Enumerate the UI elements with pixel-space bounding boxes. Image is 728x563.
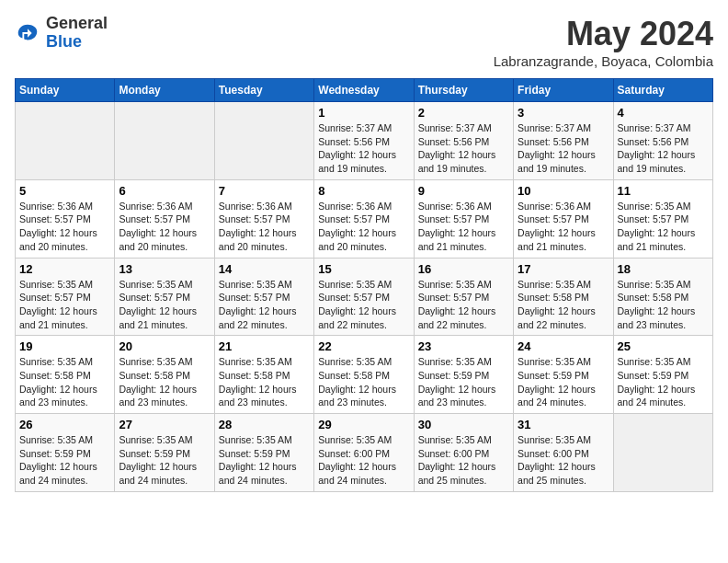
calendar-day-cell: 16Sunrise: 5:35 AM Sunset: 5:57 PM Dayli… [414,258,513,336]
calendar-day-cell: 19Sunrise: 5:35 AM Sunset: 5:58 PM Dayli… [16,336,115,414]
calendar-table: SundayMondayTuesdayWednesdayThursdayFrid… [15,78,713,492]
day-number: 30 [418,418,509,431]
calendar-day-cell: 4Sunrise: 5:37 AM Sunset: 5:56 PM Daylig… [613,102,712,180]
calendar-day-cell: 11Sunrise: 5:35 AM Sunset: 5:57 PM Dayli… [613,179,712,258]
calendar-day-cell: 5Sunrise: 5:36 AM Sunset: 5:57 PM Daylig… [16,179,115,258]
calendar-week-row: 5Sunrise: 5:36 AM Sunset: 5:57 PM Daylig… [16,179,713,258]
day-info: Sunrise: 5:35 AM Sunset: 5:57 PM Dayligh… [219,278,310,332]
day-info: Sunrise: 5:37 AM Sunset: 5:56 PM Dayligh… [518,121,609,176]
day-number: 19 [19,339,110,353]
calendar-day-cell: 21Sunrise: 5:35 AM Sunset: 5:58 PM Dayli… [214,336,313,414]
calendar-header-row: SundayMondayTuesdayWednesdayThursdayFrid… [16,79,713,102]
day-number: 21 [219,339,310,353]
calendar-day-cell: 25Sunrise: 5:35 AM Sunset: 5:59 PM Dayli… [613,336,712,414]
day-number: 5 [19,184,110,198]
calendar-day-cell: 7Sunrise: 5:36 AM Sunset: 5:57 PM Daylig… [214,179,313,258]
day-number: 26 [19,418,110,431]
calendar-day-header: Thursday [414,79,513,102]
calendar-day-cell: 18Sunrise: 5:35 AM Sunset: 5:58 PM Dayli… [613,258,712,336]
day-number: 23 [418,339,509,353]
calendar-day-header: Sunday [16,79,115,102]
day-info: Sunrise: 5:37 AM Sunset: 5:56 PM Dayligh… [318,121,409,176]
day-number: 20 [119,339,210,353]
calendar-day-cell: 6Sunrise: 5:36 AM Sunset: 5:57 PM Daylig… [115,179,214,258]
logo-icon [15,20,40,46]
day-number: 10 [518,184,609,198]
calendar-day-cell: 10Sunrise: 5:36 AM Sunset: 5:57 PM Dayli… [514,179,613,258]
calendar-day-header: Tuesday [214,79,313,102]
calendar-day-header: Saturday [613,79,712,102]
day-info: Sunrise: 5:35 AM Sunset: 5:58 PM Dayligh… [19,355,110,409]
day-number: 28 [219,418,310,431]
logo: General Blue [15,15,108,52]
day-info: Sunrise: 5:35 AM Sunset: 5:59 PM Dayligh… [418,355,509,409]
day-number: 8 [318,184,409,198]
calendar-day-cell: 29Sunrise: 5:35 AM Sunset: 6:00 PM Dayli… [314,414,414,492]
day-info: Sunrise: 5:35 AM Sunset: 5:58 PM Dayligh… [119,355,210,409]
day-info: Sunrise: 5:35 AM Sunset: 5:59 PM Dayligh… [19,433,110,488]
calendar-day-cell: 3Sunrise: 5:37 AM Sunset: 5:56 PM Daylig… [514,102,613,180]
calendar-day-cell: 15Sunrise: 5:35 AM Sunset: 5:57 PM Dayli… [314,258,414,336]
calendar-day-cell: 12Sunrise: 5:35 AM Sunset: 5:57 PM Dayli… [16,258,115,336]
day-info: Sunrise: 5:35 AM Sunset: 5:57 PM Dayligh… [318,278,409,332]
day-info: Sunrise: 5:36 AM Sunset: 5:57 PM Dayligh… [19,200,110,254]
day-number: 24 [518,339,609,353]
calendar-week-row: 1Sunrise: 5:37 AM Sunset: 5:56 PM Daylig… [16,102,713,180]
calendar-day-cell: 20Sunrise: 5:35 AM Sunset: 5:58 PM Dayli… [115,336,214,414]
calendar-day-cell: 8Sunrise: 5:36 AM Sunset: 5:57 PM Daylig… [314,179,414,258]
day-number: 15 [318,262,409,276]
logo-text: General Blue [46,15,108,52]
day-number: 29 [318,418,409,431]
day-number: 2 [418,106,509,120]
calendar-day-header: Friday [514,79,613,102]
day-info: Sunrise: 5:35 AM Sunset: 5:57 PM Dayligh… [418,278,509,332]
day-info: Sunrise: 5:35 AM Sunset: 5:58 PM Dayligh… [618,278,709,332]
day-info: Sunrise: 5:36 AM Sunset: 5:57 PM Dayligh… [119,200,210,254]
logo-general-text: General [46,15,108,33]
day-info: Sunrise: 5:36 AM Sunset: 5:57 PM Dayligh… [219,200,310,254]
day-number: 18 [618,262,709,276]
calendar-day-cell: 17Sunrise: 5:35 AM Sunset: 5:58 PM Dayli… [514,258,613,336]
day-info: Sunrise: 5:35 AM Sunset: 5:57 PM Dayligh… [19,278,110,332]
calendar-day-cell: 13Sunrise: 5:35 AM Sunset: 5:57 PM Dayli… [115,258,214,336]
page-header: General Blue May 2024 Labranzagrande, Bo… [15,15,713,69]
calendar-day-cell: 27Sunrise: 5:35 AM Sunset: 5:59 PM Dayli… [115,414,214,492]
day-info: Sunrise: 5:35 AM Sunset: 5:58 PM Dayligh… [318,355,409,409]
calendar-day-header: Monday [115,79,214,102]
day-number: 6 [119,184,210,198]
day-info: Sunrise: 5:36 AM Sunset: 5:57 PM Dayligh… [318,200,409,254]
day-info: Sunrise: 5:35 AM Sunset: 5:59 PM Dayligh… [119,433,210,488]
calendar-day-cell: 23Sunrise: 5:35 AM Sunset: 5:59 PM Dayli… [414,336,513,414]
day-info: Sunrise: 5:36 AM Sunset: 5:57 PM Dayligh… [418,200,509,254]
day-info: Sunrise: 5:35 AM Sunset: 5:59 PM Dayligh… [219,433,310,488]
day-info: Sunrise: 5:35 AM Sunset: 6:00 PM Dayligh… [518,433,609,488]
day-number: 13 [119,262,210,276]
calendar-day-cell [16,102,115,180]
calendar-day-cell: 2Sunrise: 5:37 AM Sunset: 5:56 PM Daylig… [414,102,513,180]
calendar-day-cell: 9Sunrise: 5:36 AM Sunset: 5:57 PM Daylig… [414,179,513,258]
day-number: 22 [318,339,409,353]
calendar-day-cell: 1Sunrise: 5:37 AM Sunset: 5:56 PM Daylig… [314,102,414,180]
calendar-day-cell: 24Sunrise: 5:35 AM Sunset: 5:59 PM Dayli… [514,336,613,414]
day-number: 25 [618,339,709,353]
day-info: Sunrise: 5:35 AM Sunset: 6:00 PM Dayligh… [318,433,409,488]
day-number: 14 [219,262,310,276]
calendar-day-cell: 31Sunrise: 5:35 AM Sunset: 6:00 PM Dayli… [514,414,613,492]
day-info: Sunrise: 5:37 AM Sunset: 5:56 PM Dayligh… [618,121,709,176]
logo-blue-text: Blue [46,33,108,52]
calendar-day-cell [115,102,214,180]
calendar-day-cell [613,414,712,492]
calendar-day-header: Wednesday [314,79,414,102]
title-block: May 2024 Labranzagrande, Boyaca, Colombi… [494,15,713,69]
day-info: Sunrise: 5:35 AM Sunset: 5:58 PM Dayligh… [518,278,609,332]
day-number: 1 [318,106,409,120]
day-info: Sunrise: 5:36 AM Sunset: 5:57 PM Dayligh… [518,200,609,254]
day-number: 16 [418,262,509,276]
month-title: May 2024 [494,15,713,53]
day-info: Sunrise: 5:35 AM Sunset: 5:57 PM Dayligh… [618,200,709,254]
day-info: Sunrise: 5:35 AM Sunset: 6:00 PM Dayligh… [418,433,509,488]
day-info: Sunrise: 5:35 AM Sunset: 5:59 PM Dayligh… [518,355,609,409]
calendar-week-row: 26Sunrise: 5:35 AM Sunset: 5:59 PM Dayli… [16,414,713,492]
day-number: 7 [219,184,310,198]
calendar-week-row: 19Sunrise: 5:35 AM Sunset: 5:58 PM Dayli… [16,336,713,414]
